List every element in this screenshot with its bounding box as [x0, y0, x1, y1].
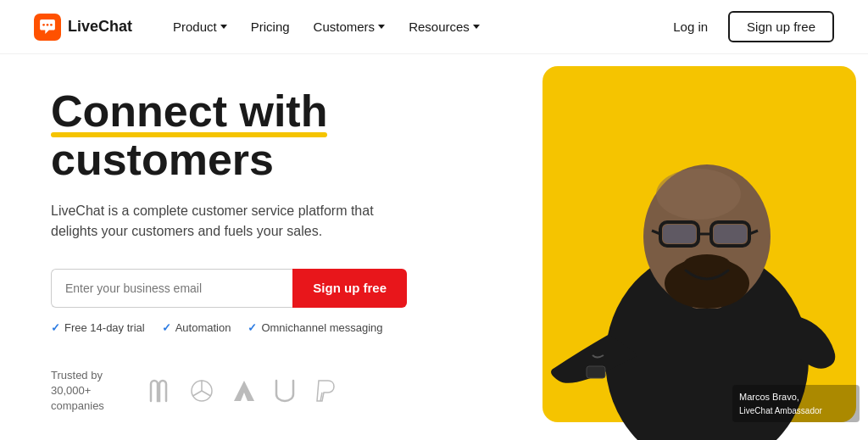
- main-nav: Product Pricing Customers Resources: [163, 13, 663, 41]
- email-input[interactable]: [51, 269, 292, 308]
- hero-title-line1: Connect with: [51, 87, 327, 136]
- mercedes-logo: [188, 377, 215, 404]
- features-list: ✓ Free 14-day trial ✓ Automation ✓ Omnic…: [51, 321, 407, 334]
- svg-point-1: [42, 24, 45, 26]
- svg-point-3: [50, 24, 53, 26]
- mcdonalds-logo: [147, 377, 171, 404]
- svg-point-10: [683, 254, 731, 275]
- nav-customers[interactable]: Customers: [303, 13, 396, 41]
- check-icon: ✓: [248, 321, 257, 334]
- trusted-text: Trusted by 30,000+ companies: [51, 368, 127, 415]
- svg-rect-19: [732, 385, 860, 422]
- person-illustration: Marcos Bravo, LiveChat Ambassador: [512, 54, 868, 440]
- nav-pricing[interactable]: Pricing: [241, 13, 300, 41]
- hero-title: Connect with customers: [51, 87, 407, 184]
- unilever-logo: [273, 377, 297, 404]
- feature-trial-label: Free 14-day trial: [64, 321, 145, 334]
- trusted-section: Trusted by 30,000+ companies: [51, 368, 407, 415]
- check-icon: ✓: [162, 321, 171, 334]
- check-icon: ✓: [51, 321, 60, 334]
- main-content: Connect with customers LiveChat is a com…: [0, 54, 868, 440]
- chevron-down-icon: [220, 25, 227, 29]
- livechat-logo-icon: [34, 14, 61, 41]
- svg-rect-17: [714, 225, 747, 243]
- hero-left: Connect with customers LiveChat is a com…: [0, 54, 441, 440]
- svg-point-8: [656, 169, 741, 220]
- hero-right: Marcos Bravo, LiveChat Ambassador: [441, 54, 868, 440]
- hero-subtitle: LiveChat is a complete customer service …: [51, 201, 390, 242]
- feature-trial: ✓ Free 14-day trial: [51, 321, 145, 334]
- svg-point-2: [47, 24, 49, 26]
- hero-image-container: Marcos Bravo, LiveChat Ambassador: [512, 54, 868, 440]
- svg-rect-16: [663, 225, 696, 243]
- nav-product[interactable]: Product: [163, 13, 237, 41]
- brand-logos: [147, 377, 337, 404]
- feature-omnichannel-label: Omnichannel messaging: [261, 321, 382, 334]
- ambassador-image: Marcos Bravo, LiveChat Ambassador: [512, 54, 868, 440]
- adobe-logo: [232, 377, 256, 404]
- ambassador-name-text: Marcos Bravo,: [739, 392, 799, 402]
- chevron-down-icon: [378, 25, 385, 29]
- chevron-down-icon: [473, 25, 480, 29]
- nav-resources[interactable]: Resources: [398, 13, 490, 41]
- login-button[interactable]: Log in: [663, 13, 718, 41]
- paypal-logo: [314, 377, 337, 404]
- feature-automation: ✓ Automation: [162, 321, 231, 334]
- hero-title-line2: customers: [51, 135, 274, 184]
- logo[interactable]: LiveChat: [34, 14, 132, 41]
- email-form: Sign up free: [51, 269, 407, 308]
- ambassador-title-text: LiveChat Ambassador: [739, 406, 823, 415]
- svg-rect-18: [587, 366, 605, 378]
- header-actions: Log in Sign up free: [663, 11, 834, 42]
- cta-signup-button[interactable]: Sign up free: [292, 269, 407, 308]
- feature-omnichannel: ✓ Omnichannel messaging: [248, 321, 382, 334]
- logo-text: LiveChat: [68, 18, 132, 36]
- header-signup-button[interactable]: Sign up free: [728, 11, 834, 42]
- header: LiveChat Product Pricing Customers Resou…: [0, 0, 868, 54]
- feature-automation-label: Automation: [175, 321, 231, 334]
